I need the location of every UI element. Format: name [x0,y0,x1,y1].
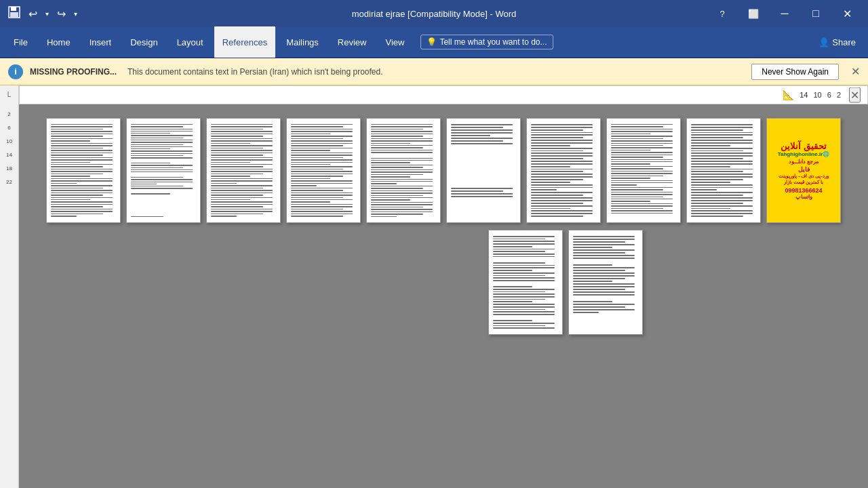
page-thumb-5[interactable] [366,118,441,223]
page-thumb-12[interactable] [568,230,643,335]
ruler-num-2: 2 [837,91,841,99]
svg-rect-2 [10,12,18,17]
window-controls: ? ⬜ ─ □ ✕ [707,0,863,27]
svg-rect-1 [11,7,16,11]
page-thumb-6[interactable] [446,118,521,223]
tab-review[interactable]: Review [330,26,375,58]
page-thumb-10-ad[interactable]: تحقیق آنلاین Tahghighonline.ir🌐 مرجع دان… [766,118,841,223]
horizontal-ruler: 📐 14 10 6 2 ✕ [19,85,868,104]
ribbon-display-button[interactable]: ⬜ [738,0,769,27]
info-icon: i [8,64,23,79]
ad-file: فایل [798,166,810,173]
ad-url: Tahghighonline.ir🌐 [778,151,830,157]
share-label: Share [832,37,856,47]
vruler-2: 2 [0,108,18,121]
ad-phone: 09981366624 [785,187,822,194]
tab-design[interactable]: Design [122,26,165,58]
vruler-10: 10 [0,135,18,148]
tell-me-box[interactable]: 💡 Tell me what you want to do... [420,35,553,49]
ribbon: File Home Insert Design Layout Reference… [0,27,868,58]
page-thumb-4[interactable] [286,118,361,223]
undo-dropdown[interactable]: ▾ [43,10,52,18]
maximize-button[interactable]: □ [800,0,831,27]
close-button[interactable]: ✕ [831,0,863,27]
vruler-22: 22 [0,176,18,189]
tab-mailings[interactable]: Mailings [278,26,327,58]
share-button[interactable]: 👤 Share [812,35,863,50]
page-thumb-9[interactable] [686,118,761,223]
tab-file[interactable]: File [5,26,36,58]
tab-view[interactable]: View [377,26,412,58]
ad-social: واتساپ [795,194,812,200]
main-area: 2 6 10 14 18 22 [0,104,868,488]
window-title: modiriat ejrae [Compatibility Mode] - Wo… [352,9,517,19]
ruler-num-14: 14 [800,91,808,99]
title-bar: ↩ ▾ ↪ ▾ modiriat ejrae [Compatibility Mo… [0,0,868,27]
redo-button[interactable]: ↪ [54,7,68,20]
tab-references[interactable]: References [214,26,275,58]
vruler-18: 18 [0,162,18,176]
customize-button[interactable]: ▾ [71,10,80,18]
help-button[interactable]: ? [707,0,738,27]
ruler-corner-marker: L [7,91,12,98]
tell-me-text: Tell me what you want to do... [439,37,547,47]
ruler-icon: 📐 [783,89,794,100]
ad-ref: مرجع دانلـــود [789,159,818,165]
page-thumb-7[interactable] [526,118,601,223]
notification-title: MISSING PROOFING... [30,67,117,77]
minimize-button[interactable]: ─ [769,0,800,27]
page-thumb-2[interactable] [126,118,201,223]
notification-bar: i MISSING PROOFING... This document cont… [0,58,868,85]
vertical-ruler: 2 6 10 14 18 22 [0,104,19,488]
save-icon [8,6,20,18]
pages-row-2 [481,230,650,335]
person-icon: 👤 [818,37,829,47]
notification-close-button[interactable]: ✕ [851,65,860,78]
tab-layout[interactable]: Layout [169,26,212,58]
ruler-num-10: 10 [814,91,822,99]
ad-title: تحقیق آنلاین [781,141,827,151]
pages-row-1: تحقیق آنلاین Tahghighonline.ir🌐 مرجع دان… [39,118,848,223]
save-button[interactable] [5,6,23,21]
tab-home[interactable]: Home [39,26,79,58]
page-thumb-11[interactable] [488,230,563,335]
ruler-row: L 📐 14 10 6 2 ✕ [0,85,868,104]
document-area[interactable]: تحقیق آنلاین Tahghighonline.ir🌐 مرجع دان… [19,104,868,488]
ruler-corner: L [0,85,19,104]
vruler-6: 6 [0,121,18,135]
never-show-again-button[interactable]: Never Show Again [751,64,839,80]
tab-insert[interactable]: Insert [81,26,120,58]
lightbulb-icon: 💡 [427,37,437,47]
ruler-close-button[interactable]: ✕ [849,87,861,102]
page-thumb-3[interactable] [206,118,281,223]
notification-message: This document contains text in Persian (… [127,67,382,77]
undo-button[interactable]: ↩ [26,7,40,20]
page-thumb-1[interactable] [46,118,121,223]
ad-price: با کمترین قیمت بازار [784,180,823,185]
ruler-num-6: 6 [827,91,831,99]
page-thumb-8[interactable] [606,118,681,223]
ruler-numbers: 📐 14 10 6 2 ✕ [783,87,861,102]
quick-access-toolbar: ↩ ▾ ↪ ▾ [5,6,80,21]
ad-types: ورد-پی دی اف - پاورپوینت [778,174,828,179]
vruler-14: 14 [0,148,18,162]
